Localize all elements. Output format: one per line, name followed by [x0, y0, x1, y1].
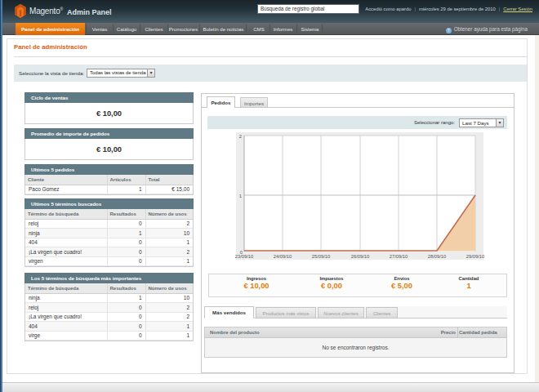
svg-text:28/09/10: 28/09/10 [428, 254, 447, 259]
svg-text:24/09/10: 24/09/10 [274, 254, 292, 259]
svg-text:25/09/10: 25/09/10 [312, 254, 331, 259]
svg-text:29/09/10: 29/09/10 [466, 254, 485, 259]
svg-text:26/09/10: 26/09/10 [351, 254, 370, 259]
svg-text:2: 2 [239, 134, 242, 139]
svg-text:1: 1 [239, 194, 242, 198]
svg-text:27/09/10: 27/09/10 [390, 254, 408, 259]
svg-text:23/09/10: 23/09/10 [235, 254, 254, 259]
